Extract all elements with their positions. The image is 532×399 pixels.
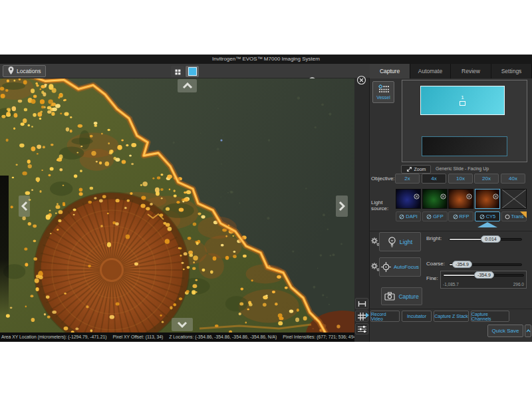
app-window: Invitrogen™ EVOS™ M7000 Imaging System L…: [0, 55, 532, 342]
zoom-expand-icon: [406, 166, 412, 172]
selected-channel-pointer: [477, 222, 497, 227]
channel-thumb-gfp[interactable]: [422, 189, 448, 209]
autofocus-button-label: AutoFocus: [394, 264, 419, 270]
bulb-icon: [388, 237, 396, 247]
viewer-toolbar: Locations – +: [0, 64, 370, 78]
micrograph-viewport[interactable]: [0, 78, 354, 332]
pan-down-button[interactable]: [172, 318, 193, 331]
objective-10x[interactable]: 10x: [448, 174, 473, 184]
locations-label: Locations: [17, 68, 41, 74]
channel-state-icon: [453, 214, 458, 219]
grid-icon: [358, 313, 366, 321]
objective-label: Objective:: [371, 176, 395, 182]
light-source-label: Lightsource:: [371, 200, 388, 211]
vessel-caption: Generic Slide - Facing Up: [436, 166, 489, 171]
chevron-right-icon: [338, 201, 345, 211]
record-video-button[interactable]: Record Video: [370, 311, 400, 322]
remove-channel-icon[interactable]: [414, 190, 420, 202]
scalebar-tool-button[interactable]: [355, 298, 368, 309]
vessel-label: Vessel: [376, 95, 390, 100]
channel-dapi-button[interactable]: DAPI: [396, 211, 421, 221]
channel-rfp-button[interactable]: RFP: [448, 211, 473, 221]
fine-slider-box: -354.9 -1,085.7 296.0: [440, 271, 527, 289]
control-panel: Capture Automate Review Settings Vessel …: [370, 64, 532, 342]
single-view-button[interactable]: [186, 66, 199, 77]
remove-channel-icon[interactable]: [493, 190, 499, 202]
grid-view-button[interactable]: [171, 66, 184, 77]
panel-splitter-handle[interactable]: [366, 313, 369, 318]
capture-button-label: Capture: [398, 293, 418, 300]
zoom-button-label: Zoom: [414, 167, 426, 172]
quick-save-expand-button[interactable]: [525, 325, 531, 337]
vessel-slide-bottom[interactable]: [422, 136, 507, 156]
vessel-zoom-button[interactable]: Zoom: [401, 165, 431, 174]
status-pixel-intensities: Pixel Intensities: (677; 721; 536; 494; …: [283, 334, 354, 339]
channel-state-icon: [399, 214, 404, 219]
tab-settings[interactable]: Settings: [491, 64, 532, 78]
single-view-icon: [188, 67, 197, 76]
map-pin-icon: [8, 66, 14, 76]
objective-2x[interactable]: 2x: [395, 174, 420, 184]
status-area-xy: Area XY Location (micrometers): (-1294.7…: [1, 334, 107, 339]
vessel-button[interactable]: Vessel: [372, 81, 394, 103]
tab-review[interactable]: Review: [451, 64, 491, 78]
channel-thumb-rfp[interactable]: [448, 189, 473, 209]
warning-corner-icon: [520, 211, 527, 218]
vessel-icon: [378, 84, 389, 94]
channel-thumb-cy5[interactable]: [475, 189, 500, 209]
capture-channels-button[interactable]: Capture Channels: [471, 311, 509, 322]
grid-view-icon: [175, 66, 181, 78]
pan-left-button[interactable]: [19, 196, 30, 217]
light-button-label: Light: [400, 239, 413, 245]
objective-4x[interactable]: 4x: [422, 174, 446, 184]
tab-capture[interactable]: Capture: [370, 64, 410, 78]
channel-thumb-trans[interactable]: [501, 189, 527, 209]
divider: [370, 309, 532, 309]
fine-min-label: -1,085.7: [443, 282, 459, 287]
vessel-slide-top[interactable]: 1: [420, 86, 505, 115]
chevron-left-icon: [21, 201, 28, 211]
close-view-button[interactable]: [356, 75, 366, 88]
autofocus-target-icon: [381, 262, 391, 272]
fine-value[interactable]: -354.9: [474, 271, 494, 279]
channel-state-icon: [479, 214, 485, 219]
channel-state-icon: [426, 214, 432, 219]
fine-max-label: 296.0: [513, 282, 524, 287]
status-bar: Area XY Location (micrometers): (-1294.7…: [0, 332, 354, 342]
empty-channel-icon: [502, 190, 526, 208]
coarse-value[interactable]: -354.9: [452, 261, 472, 268]
channel-gfp-button[interactable]: GFP: [422, 211, 448, 221]
quick-save-button[interactable]: Quick Save: [487, 325, 523, 337]
sliders-icon: [358, 325, 366, 333]
objective-20x[interactable]: 20x: [474, 174, 499, 184]
tab-automate[interactable]: Automate: [410, 64, 451, 78]
capture-button[interactable]: Capture: [381, 287, 422, 305]
incubator-button[interactable]: Incubator: [402, 311, 432, 322]
remove-channel-icon[interactable]: [440, 190, 446, 202]
status-z-locations: Z Locations: (-354.86, -354.86, -354.86,…: [169, 334, 277, 339]
slide-glyph-icon: [460, 101, 466, 106]
display-adjust-button[interactable]: [355, 323, 368, 334]
camera-icon: [384, 292, 395, 301]
capture-z-stack-button[interactable]: Capture Z Stack: [434, 311, 469, 322]
bright-label: Bright:: [426, 235, 442, 241]
locations-button[interactable]: Locations: [3, 65, 46, 77]
pan-right-button[interactable]: [336, 196, 348, 217]
channel-trans-button[interactable]: Trans: [501, 211, 527, 221]
title-bar: Invitrogen™ EVOS™ M7000 Imaging System: [0, 55, 532, 64]
close-icon: [356, 75, 366, 85]
pan-up-button[interactable]: [178, 79, 197, 92]
remove-channel-icon[interactable]: [466, 190, 472, 202]
window-title: Invitrogen™ EVOS™ M7000 Imaging System: [212, 56, 320, 62]
objective-40x[interactable]: 40x: [501, 174, 525, 184]
fine-label: Fine:: [426, 275, 438, 281]
scalebar-icon: [358, 301, 366, 307]
channel-state-icon: [505, 214, 510, 219]
light-button[interactable]: Light: [379, 232, 421, 251]
autofocus-button[interactable]: AutoFocus: [379, 257, 421, 277]
chevron-down-icon: [177, 321, 188, 328]
channel-cy5-button[interactable]: CY5: [475, 211, 500, 221]
bright-value[interactable]: 0.014: [481, 235, 501, 243]
divider: [370, 231, 532, 231]
channel-thumb-dapi[interactable]: [396, 189, 421, 209]
